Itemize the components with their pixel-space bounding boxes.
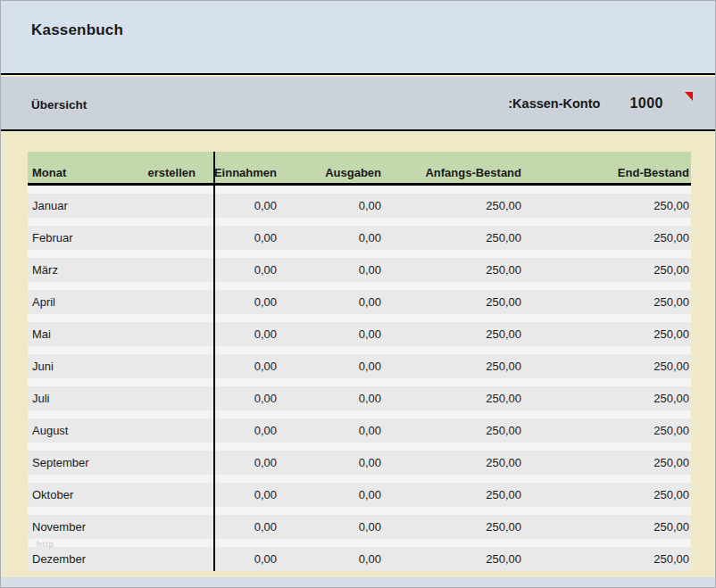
end-bestand-cell[interactable]: 250,00 bbox=[523, 378, 691, 410]
month-cell[interactable]: April bbox=[28, 282, 117, 314]
table-body: Januar0,000,00250,00250,00Februar0,000,0… bbox=[28, 186, 691, 571]
table-header-row: Monat erstellen Einnahmen Ausgaben Anfan… bbox=[28, 152, 691, 186]
end-bestand-cell[interactable]: 250,00 bbox=[523, 186, 691, 218]
col-header-end-bestand[interactable]: End-Bestand bbox=[523, 152, 691, 183]
anfangs-bestand-cell[interactable]: 250,00 bbox=[383, 282, 523, 314]
table-row: Mai0,000,00250,00250,00 bbox=[28, 314, 691, 346]
col-header-monat[interactable]: Monat bbox=[28, 152, 117, 183]
ausgaben-cell[interactable]: 0,00 bbox=[279, 314, 383, 346]
erstellen-cell[interactable] bbox=[117, 443, 213, 475]
col-header-einnahmen[interactable]: Einnahmen bbox=[213, 152, 279, 183]
end-bestand-cell[interactable]: 250,00 bbox=[523, 475, 691, 507]
table-row: April0,000,00250,00250,00 bbox=[28, 282, 691, 314]
erstellen-cell[interactable] bbox=[117, 507, 213, 539]
ausgaben-cell[interactable]: 0,00 bbox=[279, 250, 383, 282]
erstellen-cell[interactable] bbox=[117, 539, 213, 571]
month-cell[interactable]: Juli bbox=[28, 378, 117, 410]
kassen-konto-label: :Kassen-Konto bbox=[508, 96, 600, 111]
erstellen-cell[interactable] bbox=[117, 186, 213, 218]
einnahmen-cell[interactable]: 0,00 bbox=[213, 346, 279, 378]
anfangs-bestand-cell[interactable]: 250,00 bbox=[383, 443, 523, 475]
month-cell[interactable]: September bbox=[28, 443, 117, 475]
anfangs-bestand-cell[interactable]: 250,00 bbox=[383, 186, 523, 218]
month-cell[interactable]: Juni bbox=[28, 346, 117, 378]
table-row: Juli0,000,00250,00250,00 bbox=[28, 378, 691, 410]
ausgaben-cell[interactable]: 0,00 bbox=[279, 507, 383, 539]
einnahmen-cell[interactable]: 0,00 bbox=[213, 475, 279, 507]
erstellen-cell[interactable] bbox=[117, 314, 213, 346]
table-row: Januar0,000,00250,00250,00 bbox=[28, 186, 691, 218]
erstellen-cell[interactable] bbox=[117, 218, 213, 250]
end-bestand-cell[interactable]: 250,00 bbox=[523, 218, 691, 250]
end-bestand-cell[interactable]: 250,00 bbox=[523, 410, 691, 443]
col-header-anfangs-bestand[interactable]: Anfangs-Bestand bbox=[383, 152, 523, 183]
anfangs-bestand-cell[interactable]: 250,00 bbox=[383, 250, 523, 282]
anfangs-bestand-cell[interactable]: 250,00 bbox=[383, 346, 523, 378]
anfangs-bestand-cell[interactable]: 250,00 bbox=[383, 410, 523, 443]
einnahmen-cell[interactable]: 0,00 bbox=[213, 250, 279, 282]
ausgaben-cell[interactable]: 0,00 bbox=[279, 443, 383, 475]
ausgaben-cell[interactable]: 0,00 bbox=[279, 282, 383, 314]
anfangs-bestand-cell[interactable]: 250,00 bbox=[383, 218, 523, 250]
table-row: Februar0,000,00250,00250,00 bbox=[28, 218, 691, 250]
ausgaben-cell[interactable]: 0,00 bbox=[279, 218, 383, 250]
month-cell[interactable]: Februar bbox=[28, 218, 117, 250]
end-bestand-cell[interactable]: 250,00 bbox=[523, 443, 691, 475]
anfangs-bestand-cell[interactable]: 250,00 bbox=[383, 314, 523, 346]
anfangs-bestand-cell[interactable]: 250,00 bbox=[383, 539, 523, 571]
table-row: März0,000,00250,00250,00 bbox=[28, 250, 691, 282]
table-row: Oktober0,000,00250,00250,00 bbox=[28, 475, 691, 507]
month-cell[interactable]: August bbox=[28, 410, 117, 443]
view-label-uebersicht: Übersicht bbox=[31, 98, 87, 112]
month-cell[interactable]: Oktober bbox=[28, 475, 117, 507]
bottom-strip bbox=[1, 577, 715, 587]
col-header-erstellen[interactable]: erstellen bbox=[117, 152, 213, 183]
einnahmen-cell[interactable]: 0,00 bbox=[213, 218, 279, 250]
end-bestand-cell[interactable]: 250,00 bbox=[523, 346, 691, 378]
einnahmen-cell[interactable]: 0,00 bbox=[213, 507, 279, 539]
page-title: Kassenbuch bbox=[31, 21, 123, 39]
http-watermark-text: http bbox=[37, 539, 54, 549]
end-bestand-cell[interactable]: 250,00 bbox=[523, 507, 691, 539]
einnahmen-cell[interactable]: 0,00 bbox=[213, 539, 279, 571]
ausgaben-cell[interactable]: 0,00 bbox=[279, 378, 383, 410]
ausgaben-cell[interactable]: 0,00 bbox=[279, 475, 383, 507]
account-group: :Kassen-Konto 1000 bbox=[508, 77, 663, 129]
ausgaben-cell[interactable]: 0,00 bbox=[279, 539, 383, 571]
ausgaben-cell[interactable]: 0,00 bbox=[279, 346, 383, 378]
ausgaben-cell[interactable]: 0,00 bbox=[279, 186, 383, 218]
end-bestand-cell[interactable]: 250,00 bbox=[523, 282, 691, 314]
content-area: Monat erstellen Einnahmen Ausgaben Anfan… bbox=[1, 133, 715, 577]
month-cell[interactable]: März bbox=[28, 250, 117, 282]
erstellen-cell[interactable] bbox=[117, 475, 213, 507]
table-row: Juni0,000,00250,00250,00 bbox=[28, 346, 691, 378]
toolbar-band: Übersicht :Kassen-Konto 1000 bbox=[1, 77, 715, 131]
erstellen-cell[interactable] bbox=[117, 250, 213, 282]
einnahmen-cell[interactable]: 0,00 bbox=[213, 410, 279, 443]
months-table: Monat erstellen Einnahmen Ausgaben Anfan… bbox=[28, 152, 691, 571]
end-bestand-cell[interactable]: 250,00 bbox=[523, 314, 691, 346]
einnahmen-cell[interactable]: 0,00 bbox=[213, 314, 279, 346]
col-header-ausgaben[interactable]: Ausgaben bbox=[279, 152, 383, 183]
kassenbuch-window: Kassenbuch Übersicht :Kassen-Konto 1000 … bbox=[0, 0, 716, 588]
end-bestand-cell[interactable]: 250,00 bbox=[523, 539, 691, 571]
month-cell[interactable]: Januar bbox=[28, 186, 117, 218]
erstellen-cell[interactable] bbox=[117, 378, 213, 410]
anfangs-bestand-cell[interactable]: 250,00 bbox=[383, 507, 523, 539]
end-bestand-cell[interactable]: 250,00 bbox=[523, 250, 691, 282]
einnahmen-cell[interactable]: 0,00 bbox=[213, 186, 279, 218]
table-row: November0,000,00250,00250,00 bbox=[28, 507, 691, 539]
erstellen-cell[interactable] bbox=[117, 282, 213, 314]
erstellen-cell[interactable] bbox=[117, 346, 213, 378]
einnahmen-cell[interactable]: 0,00 bbox=[213, 378, 279, 410]
erstellen-cell[interactable] bbox=[117, 410, 213, 443]
month-cell[interactable]: Mai bbox=[28, 314, 117, 346]
einnahmen-cell[interactable]: 0,00 bbox=[213, 443, 279, 475]
kassen-konto-value-cell[interactable]: 1000 bbox=[629, 95, 663, 112]
month-cell[interactable]: November bbox=[28, 507, 117, 539]
ausgaben-cell[interactable]: 0,00 bbox=[279, 410, 383, 443]
einnahmen-cell[interactable]: 0,00 bbox=[213, 282, 279, 314]
anfangs-bestand-cell[interactable]: 250,00 bbox=[383, 475, 523, 507]
comment-note-icon[interactable] bbox=[685, 92, 693, 101]
anfangs-bestand-cell[interactable]: 250,00 bbox=[383, 378, 523, 410]
